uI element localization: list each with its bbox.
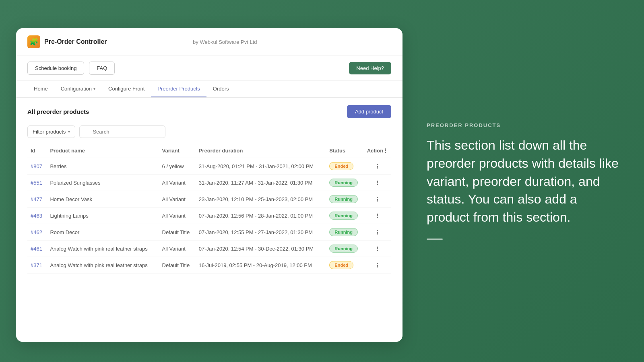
cell-id: #807 xyxy=(27,158,47,175)
cell-product-name: Polarized Sunglasses xyxy=(47,175,159,191)
status-badge: Running xyxy=(329,195,358,203)
nav-configuration[interactable]: Configuration ▾ xyxy=(54,81,102,97)
nav-orders[interactable]: Orders xyxy=(206,81,235,97)
page-header: All preorder products Add product xyxy=(16,98,402,123)
app-icon: 🧩 xyxy=(27,35,40,48)
table-row: #462 Room Decor Default Title 07-Jan-202… xyxy=(27,224,391,241)
nav-preorder-products[interactable]: Preorder Products xyxy=(151,81,206,97)
cell-id: #371 xyxy=(27,257,47,274)
product-id-link[interactable]: #477 xyxy=(31,196,42,202)
filter-dropdown[interactable]: Filter products ▾ xyxy=(27,125,75,138)
cell-status: Running xyxy=(326,191,363,208)
cell-id: #461 xyxy=(27,241,47,257)
product-id-link[interactable]: #462 xyxy=(31,229,42,235)
cell-action xyxy=(364,191,391,208)
search-wrapper: 🔍 xyxy=(79,125,391,138)
nav-configure-front[interactable]: Configure Front xyxy=(102,81,151,97)
product-id-link[interactable]: #461 xyxy=(31,246,42,252)
status-badge: Ended xyxy=(329,162,353,170)
table-row: #461 Analog Watch with pink real leather… xyxy=(27,241,391,257)
page-title: All preorder products xyxy=(27,108,89,115)
cell-duration: 16-Jul-2019, 02:55 PM - 20-Aug-2019, 12:… xyxy=(196,257,326,274)
cell-id: #463 xyxy=(27,208,47,224)
cell-action xyxy=(364,241,391,257)
cell-product-name: Berries xyxy=(47,158,159,175)
chevron-down-icon: ▾ xyxy=(93,86,95,91)
nav-home[interactable]: Home xyxy=(27,81,54,97)
col-action: Action xyxy=(364,144,391,158)
main-card: 🧩 Pre-Order Controller by Webkul Softwar… xyxy=(16,28,402,342)
filter-bar: Filter products ▾ 🔍 xyxy=(16,123,402,144)
cell-product-name: Lightning Lamps xyxy=(47,208,159,224)
header-left: 🧩 Pre-Order Controller xyxy=(27,35,107,48)
cell-status: Ended xyxy=(326,158,363,175)
col-id: Id xyxy=(27,144,47,158)
cell-variant: 6 / yellow xyxy=(159,158,196,175)
cell-variant: All Variant xyxy=(159,191,196,208)
cell-variant: All Variant xyxy=(159,208,196,224)
col-product-name: Product name xyxy=(47,144,159,158)
product-id-link[interactable]: #551 xyxy=(31,180,42,186)
action-menu-button[interactable] xyxy=(367,181,388,185)
need-help-button[interactable]: Need Help? xyxy=(349,62,391,74)
filter-label: Filter products xyxy=(33,129,66,135)
col-preorder-duration: Preorder duration xyxy=(196,144,326,158)
app-title: Pre-Order Controller xyxy=(44,38,107,45)
status-badge: Running xyxy=(329,212,358,220)
col-variant: Variant xyxy=(159,144,196,158)
product-id-link[interactable]: #807 xyxy=(31,163,42,169)
table-row: #477 Home Decor Vask All Variant 23-Jan-… xyxy=(27,191,391,208)
status-badge: Running xyxy=(329,179,358,187)
status-badge: Ended xyxy=(329,261,353,269)
col-status: Status xyxy=(326,144,363,158)
cell-action xyxy=(364,224,391,241)
action-menu-button[interactable] xyxy=(367,164,388,169)
schedule-booking-button[interactable]: Schedule booking xyxy=(27,62,84,75)
cell-duration: 31-Jan-2020, 11:27 AM - 31-Jan-2022, 01:… xyxy=(196,175,326,191)
status-badge: Running xyxy=(329,228,358,236)
cell-variant: Default Title xyxy=(159,257,196,274)
cell-status: Running xyxy=(326,208,363,224)
cell-status: Running xyxy=(326,224,363,241)
cell-product-name: Analog Watch with pink real leather stra… xyxy=(47,257,159,274)
toolbar: Schedule booking FAQ Need Help? xyxy=(16,56,402,81)
products-table-container: Id Product name Variant Preorder duratio… xyxy=(16,144,402,274)
add-product-button[interactable]: Add product xyxy=(347,105,391,118)
cell-duration: 31-Aug-2020, 01:21 PM - 31-Jan-2021, 02:… xyxy=(196,158,326,175)
table-row: #463 Lightning Lamps All Variant 07-Jan-… xyxy=(27,208,391,224)
cell-variant: All Variant xyxy=(159,241,196,257)
right-panel: PREORDER PRODUCTS This section list down… xyxy=(402,106,644,256)
table-row: #371 Analog Watch with pink real leather… xyxy=(27,257,391,274)
chevron-down-icon: ▾ xyxy=(68,130,70,134)
products-table: Id Product name Variant Preorder duratio… xyxy=(27,144,391,274)
faq-button[interactable]: FAQ xyxy=(89,62,115,75)
status-badge: Running xyxy=(329,245,358,253)
search-input[interactable] xyxy=(79,125,165,138)
cell-product-name: Home Decor Vask xyxy=(47,191,159,208)
cell-variant: All Variant xyxy=(159,175,196,191)
cell-variant: Default Title xyxy=(159,224,196,241)
cell-id: #477 xyxy=(27,191,47,208)
action-menu-button[interactable] xyxy=(367,230,388,234)
cell-action xyxy=(364,257,391,274)
action-menu-button[interactable] xyxy=(367,197,388,202)
cell-action xyxy=(364,158,391,175)
cell-product-name: Room Decor xyxy=(47,224,159,241)
cell-duration: 07-Jan-2020, 12:54 PM - 30-Dec-2022, 01:… xyxy=(196,241,326,257)
cell-status: Running xyxy=(326,241,363,257)
product-id-link[interactable]: #463 xyxy=(31,213,42,219)
product-id-link[interactable]: #371 xyxy=(31,262,42,268)
cell-status: Ended xyxy=(326,257,363,274)
action-menu-button[interactable] xyxy=(367,214,388,218)
cell-duration: 23-Jan-2020, 12:10 PM - 25-Jan-2023, 02:… xyxy=(196,191,326,208)
section-description: This section list down all the preorder … xyxy=(427,136,620,226)
cell-id: #551 xyxy=(27,175,47,191)
by-text: by Webkul Software Pvt Ltd xyxy=(193,39,257,45)
cell-duration: 07-Jan-2020, 12:55 PM - 27-Jan-2022, 01:… xyxy=(196,224,326,241)
divider xyxy=(427,239,443,240)
action-menu-button[interactable] xyxy=(367,263,388,267)
table-row: #551 Polarized Sunglasses All Variant 31… xyxy=(27,175,391,191)
cell-action xyxy=(364,208,391,224)
action-header-dots[interactable] xyxy=(385,148,386,153)
action-menu-button[interactable] xyxy=(367,247,388,251)
